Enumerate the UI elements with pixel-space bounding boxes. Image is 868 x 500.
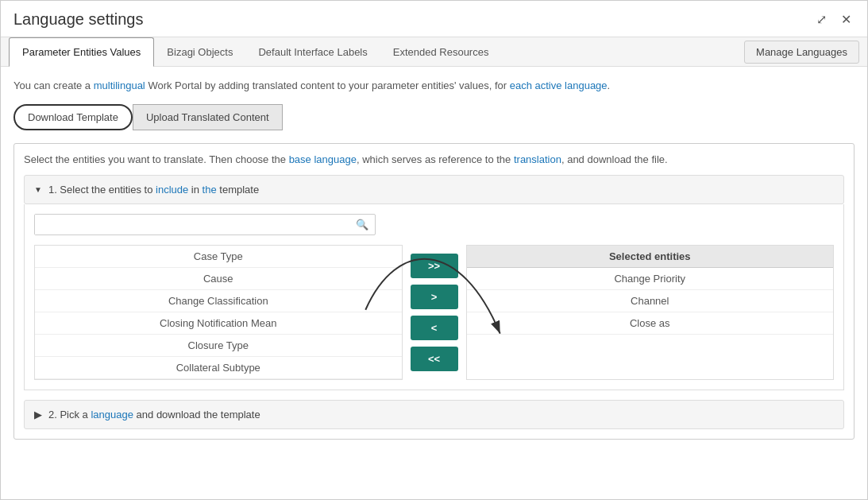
header-icons: ⤢ ✕ (813, 10, 854, 29)
tab-extended-resources[interactable]: Extended Resources (380, 38, 502, 66)
transfer-area: Case Type Cause Change Classification Cl… (34, 245, 834, 380)
selected-list-item[interactable]: Close as (467, 312, 834, 335)
tab-parameter-entities-values[interactable]: Parameter Entities Values (9, 37, 154, 67)
language-settings-modal: Language settings ⤢ ✕ Parameter Entities… (0, 0, 868, 500)
step2-container: ▶ 2. Pick a language and download the te… (24, 400, 844, 429)
search-box: 🔍 (34, 214, 376, 235)
step1-arrow: ▼ (34, 185, 42, 194)
sub-tabs: Download Template Upload Translated Cont… (14, 104, 854, 130)
right-entities-list: Selected entities Change Priority Channe… (466, 245, 835, 380)
move-all-left-button[interactable]: << (411, 347, 458, 371)
list-item[interactable]: Closing Notification Mean (35, 312, 402, 335)
list-item[interactable]: Change Classification (35, 290, 402, 312)
step1-container: ▼ 1. Select the entities to include in t… (24, 175, 844, 390)
modal-title: Language settings (14, 10, 143, 29)
tabs-bar: Parameter Entities Values Bizagi Objects… (1, 37, 867, 67)
info-text: You can create a multilingual Work Porta… (14, 79, 854, 91)
step2-header[interactable]: ▶ 2. Pick a language and download the te… (25, 401, 843, 428)
section-description: Select the entities you want to translat… (24, 153, 844, 165)
section-box: Select the entities you want to translat… (14, 143, 854, 440)
tab-default-interface-labels[interactable]: Default Interface Labels (245, 38, 380, 66)
selected-list-item[interactable]: Change Priority (467, 268, 834, 290)
search-icon: 🔍 (349, 215, 375, 234)
step1-header[interactable]: ▼ 1. Select the entities to include in t… (24, 175, 844, 204)
left-entities-list: Case Type Cause Change Classification Cl… (34, 245, 403, 380)
search-input[interactable] (35, 215, 349, 234)
selected-list-item[interactable]: Channel (467, 290, 834, 312)
selected-entities-header: Selected entities (467, 246, 834, 268)
move-all-right-button[interactable]: >> (411, 254, 458, 278)
move-right-button[interactable]: > (411, 285, 458, 309)
list-item[interactable]: Collateral Subtype (35, 357, 402, 379)
step2-label: 2. Pick a language and download the temp… (48, 409, 260, 421)
list-item[interactable]: Case Type (35, 246, 402, 268)
expand-icon[interactable]: ⤢ (813, 10, 830, 29)
manage-languages-button[interactable]: Manage Languages (744, 41, 859, 64)
list-item[interactable]: Closure Type (35, 335, 402, 357)
tab-bizagi-objects[interactable]: Bizagi Objects (154, 38, 245, 66)
step1-label: 1. Select the entities to include in the… (48, 184, 259, 196)
list-item[interactable]: Cause (35, 268, 402, 290)
transfer-buttons-group: >> > < << (403, 245, 466, 380)
step1-content: 🔍 Case Type Cause Change Classification … (24, 204, 844, 390)
sub-tab-upload-translated-content[interactable]: Upload Translated Content (133, 104, 283, 130)
content-area: You can create a multilingual Work Porta… (1, 67, 867, 462)
close-icon[interactable]: ✕ (838, 10, 854, 29)
move-left-button[interactable]: < (411, 316, 458, 340)
modal-header: Language settings ⤢ ✕ (1, 1, 867, 37)
sub-tab-download-template[interactable]: Download Template (14, 104, 133, 130)
step2-arrow: ▶ (34, 409, 42, 421)
